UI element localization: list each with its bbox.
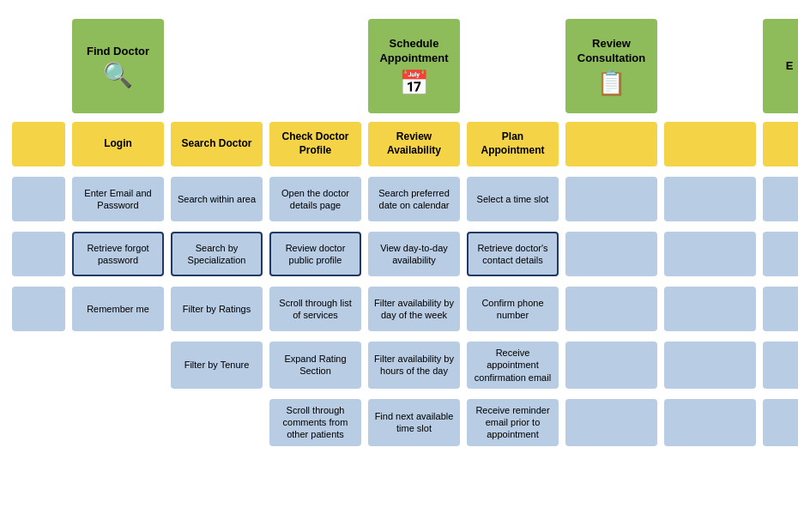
step-check-profile: Check Doctor Profile <box>269 122 361 166</box>
blue-row-4: Filter by Tenure Expand Rating Section F… <box>0 336 798 394</box>
task-filter-day: Filter availability by day of the week <box>368 287 460 331</box>
schedule-label: Schedule Appointment <box>373 37 455 66</box>
blue-1-8 <box>763 177 798 221</box>
blue-5-empty-1 <box>72 399 164 446</box>
find-doctor-label: Find Doctor <box>87 45 149 59</box>
task-forgot-password: Retrieve forgot password <box>72 232 164 276</box>
blue-3-empty <box>12 287 65 331</box>
blue-1-7 <box>664 177 756 221</box>
review-label: Review Consultation <box>571 37 652 66</box>
blue-3-6 <box>565 287 657 331</box>
blue-4-6 <box>565 342 657 389</box>
blue-4-empty-1 <box>72 342 164 389</box>
extra-label: E <box>786 59 794 74</box>
task-select-timeslot: Select a time slot <box>467 177 559 221</box>
task-expand-rating: Expand Rating Section <box>269 342 361 389</box>
step-yellow-8 <box>763 122 798 166</box>
task-scroll-services: Scroll through list of services <box>269 287 361 331</box>
task-search-date: Search preferred date on calendar <box>368 177 460 221</box>
header-empty-1 <box>12 19 65 113</box>
phase-find-doctor: Find Doctor 🔍 <box>72 19 164 113</box>
task-filter-ratings: Filter by Ratings <box>171 287 263 331</box>
header-empty-3 <box>269 19 361 113</box>
blue-3-8 <box>763 287 798 331</box>
blue-2-6 <box>565 232 657 276</box>
blue-row-5: Scroll through comments from other patie… <box>0 394 798 451</box>
step-search-doctor: Search Doctor <box>171 122 263 166</box>
task-filter-tenure: Filter by Tenure <box>171 342 263 389</box>
blue-4-7 <box>664 342 756 389</box>
step-plan-appointment: Plan Appointment <box>467 122 559 166</box>
blue-1-6 <box>565 177 657 221</box>
blue-row-1: Enter Email and Password Search within a… <box>0 172 798 227</box>
phase-extra: E <box>763 19 798 113</box>
task-receive-confirmation: Receive appointment confirmation email <box>467 342 559 389</box>
task-review-public-profile: Review doctor public profile <box>269 232 361 276</box>
header-empty-2 <box>171 19 263 113</box>
step-login: Login <box>72 122 164 166</box>
header-empty-5 <box>664 19 756 113</box>
task-confirm-phone: Confirm phone number <box>467 287 559 331</box>
step-yellow-7 <box>664 122 756 166</box>
phase-review: Review Consultation 📋 <box>565 19 657 113</box>
blue-2-8 <box>763 232 798 276</box>
task-retrieve-contact: Retrieve doctor's contact details <box>467 232 559 276</box>
task-enter-email: Enter Email and Password <box>72 177 164 221</box>
blue-row-3: Remember me Filter by Ratings Scroll thr… <box>0 281 798 336</box>
blue-4-empty-0 <box>12 342 65 389</box>
task-scroll-comments: Scroll through comments from other patie… <box>269 399 361 446</box>
yellow-empty-1 <box>12 122 65 166</box>
blue-4-8 <box>763 342 798 389</box>
blue-5-7 <box>664 399 756 446</box>
blue-3-7 <box>664 287 756 331</box>
blue-2-7 <box>664 232 756 276</box>
schedule-icon: 📅 <box>399 71 429 95</box>
blue-2-empty <box>12 232 65 276</box>
task-remember-me: Remember me <box>72 287 164 331</box>
phase-header-row: Find Doctor 🔍 Schedule Appointment 📅 Rev… <box>0 9 798 117</box>
yellow-row: Login Search Doctor Check Doctor Profile… <box>0 117 798 172</box>
review-icon: 📋 <box>596 71 626 95</box>
blue-row-2: Retrieve forgot password Search by Speci… <box>0 227 798 281</box>
task-search-area: Search within area <box>171 177 263 221</box>
blue-5-8 <box>763 399 798 446</box>
step-review-availability: Review Availability <box>368 122 460 166</box>
task-reminder-email: Receive reminder email prior to appointm… <box>467 399 559 446</box>
find-doctor-icon: 🔍 <box>103 63 133 88</box>
task-filter-hours: Filter availability by hours of the day <box>368 342 460 389</box>
task-view-daily: View day-to-day availability <box>368 232 460 276</box>
task-find-next-slot: Find next available time slot <box>368 399 460 446</box>
phase-schedule: Schedule Appointment 📅 <box>368 19 460 113</box>
blue-1-empty <box>12 177 65 221</box>
header-empty-4 <box>467 19 559 113</box>
blue-5-empty-0 <box>12 399 65 446</box>
blue-5-6 <box>565 399 657 446</box>
step-yellow-6 <box>565 122 657 166</box>
diagram-container: Find Doctor 🔍 Schedule Appointment 📅 Rev… <box>0 0 798 532</box>
task-open-details: Open the doctor details page <box>269 177 361 221</box>
task-search-specialization: Search by Specialization <box>171 232 263 276</box>
blue-5-empty-2 <box>171 399 263 446</box>
